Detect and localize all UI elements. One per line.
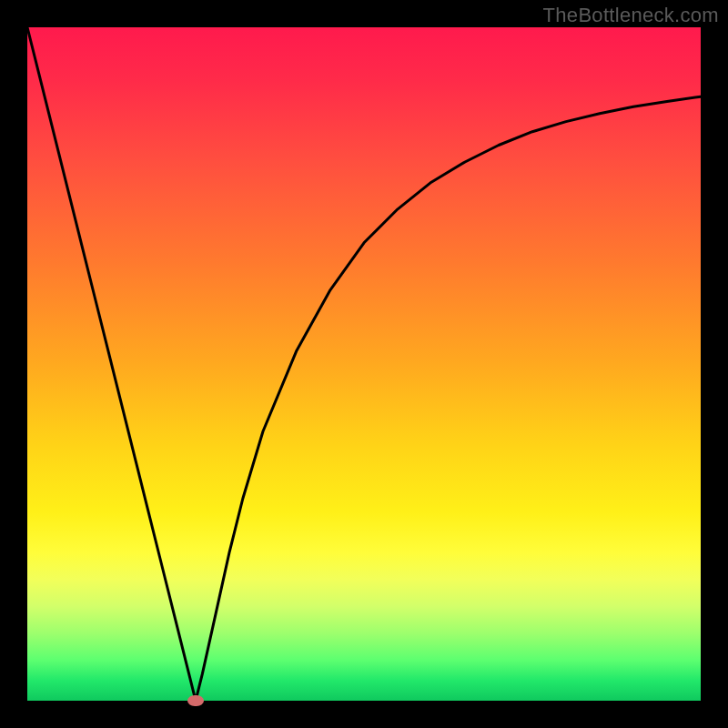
plot-area [27,27,701,701]
watermark-text: TheBottleneck.com [543,4,719,27]
curve-layer [27,27,701,701]
minimum-marker [187,695,204,706]
chart-frame: TheBottleneck.com [0,0,728,728]
bottleneck-curve [27,27,701,701]
